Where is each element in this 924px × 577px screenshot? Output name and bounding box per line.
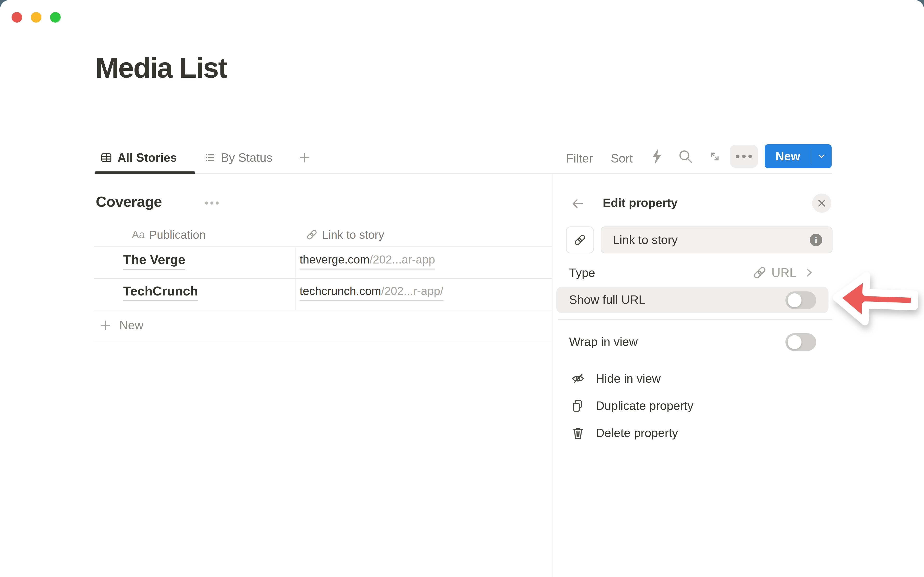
table-border — [94, 247, 552, 247]
menu-item-hide-in-view[interactable]: Hide in view — [571, 370, 661, 387]
property-name-field-wrap: i — [601, 226, 833, 253]
table-border — [94, 341, 552, 342]
property-name-input[interactable] — [601, 233, 810, 247]
panel-close-button[interactable] — [812, 193, 831, 213]
plus-icon — [298, 152, 311, 164]
toggle-knob — [788, 335, 801, 349]
zoom-window-button[interactable] — [50, 12, 61, 23]
search-button[interactable] — [678, 149, 693, 164]
wrap-in-view-toggle[interactable] — [785, 333, 816, 351]
chevron-down-icon — [817, 152, 826, 161]
menu-item-delete-property[interactable]: Delete property — [571, 424, 678, 442]
text-property-icon: Aa — [132, 229, 145, 241]
panel-separator — [558, 319, 832, 320]
tab-label: By Status — [221, 151, 272, 165]
more-icon — [736, 155, 740, 158]
tab-by-status[interactable]: By Status — [204, 150, 272, 165]
toggle-knob — [788, 293, 801, 307]
wrap-in-view-label: Wrap in view — [569, 335, 638, 349]
add-view-button[interactable] — [298, 152, 311, 164]
new-button[interactable]: New — [765, 144, 811, 168]
link-icon — [753, 266, 767, 280]
toolbar-divider — [94, 173, 832, 174]
link-icon — [573, 234, 586, 246]
eye-off-icon — [571, 372, 585, 385]
new-dropdown-button[interactable] — [811, 144, 832, 168]
close-window-button[interactable] — [11, 12, 22, 23]
plus-icon — [100, 319, 111, 331]
expand-icon — [708, 150, 721, 163]
url-truncated: /202...ar-app — [370, 253, 435, 266]
column-label: Link to story — [322, 228, 384, 242]
page-title[interactable]: Media List — [95, 52, 227, 84]
expand-button[interactable] — [708, 150, 721, 163]
list-view-icon — [204, 152, 216, 163]
type-row-label: Type — [569, 266, 595, 280]
more-icon — [205, 201, 208, 205]
new-row-label: New — [120, 318, 144, 332]
trash-icon — [571, 426, 585, 440]
panel-title: Edit property — [603, 196, 678, 210]
url-truncated: /202...r-app/ — [381, 285, 443, 297]
link-icon — [306, 229, 318, 240]
search-icon — [678, 149, 693, 164]
new-row-button[interactable]: New — [94, 310, 552, 340]
cell-publication[interactable]: The Verge — [123, 252, 185, 270]
database-menu-button[interactable] — [205, 201, 219, 205]
panel-divider — [552, 174, 552, 577]
tab-label: All Stories — [118, 151, 177, 165]
type-value: URL — [771, 266, 796, 280]
column-label: Publication — [149, 228, 206, 242]
active-tab-underline — [95, 171, 195, 174]
column-divider — [295, 247, 296, 309]
info-icon[interactable]: i — [810, 234, 822, 246]
cell-link[interactable]: techcrunch.com/202...r-app/ — [300, 284, 443, 301]
column-header-link-to-story[interactable]: Link to story — [306, 227, 384, 242]
menu-item-duplicate-property[interactable]: Duplicate property — [571, 397, 693, 414]
panel-back-button[interactable] — [571, 198, 585, 210]
close-icon — [817, 199, 826, 208]
sort-button[interactable]: Sort — [611, 152, 633, 165]
chevron-right-icon — [804, 267, 814, 279]
type-value-button[interactable]: URL — [753, 266, 814, 280]
show-full-url-toggle[interactable] — [785, 292, 816, 309]
lightning-icon — [651, 148, 663, 164]
view-options-button[interactable] — [730, 145, 758, 168]
minimize-window-button[interactable] — [31, 12, 41, 23]
automation-button[interactable] — [651, 148, 663, 164]
app-window: Media List All Stories By Status — [0, 0, 924, 577]
new-button-group: New — [765, 144, 832, 168]
property-icon-button[interactable] — [566, 226, 594, 253]
tab-all-stories[interactable]: All Stories — [100, 150, 177, 165]
table-view-icon — [100, 152, 112, 163]
cell-link[interactable]: theverge.com/202...ar-app — [300, 253, 435, 269]
filter-button[interactable]: Filter — [566, 152, 593, 165]
database-title[interactable]: Coverage — [96, 193, 162, 210]
duplicate-icon — [571, 399, 585, 413]
annotation-arrow-left — [829, 266, 922, 332]
column-header-publication[interactable]: Aa Publication — [132, 227, 206, 242]
table-border — [94, 278, 552, 279]
show-full-url-label: Show full URL — [569, 293, 645, 307]
cell-publication[interactable]: TechCrunch — [123, 284, 198, 301]
arrow-left-icon — [571, 198, 585, 210]
